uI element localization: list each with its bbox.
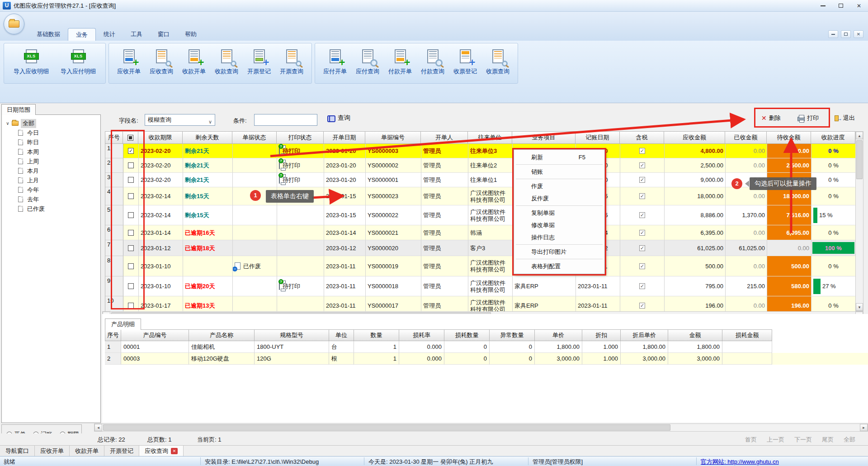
table-row[interactable]: 22023-02-20剩余21天?待打印2023-01-20YS0000002管… xyxy=(105,158,855,173)
row-checkbox[interactable] xyxy=(128,303,134,309)
toolbar-button-导入应收明细[interactable]: XLS导入应收明细 xyxy=(8,46,55,76)
detail-column-header-折后单价[interactable]: 折后单价 xyxy=(621,329,668,341)
window-minimize-button[interactable] xyxy=(814,0,832,11)
detail-column-header-金额[interactable]: 金额 xyxy=(668,329,722,341)
context-menu-item-复制单据[interactable]: 复制单据 xyxy=(514,207,604,219)
tax-checkbox[interactable]: ✓ xyxy=(639,283,645,289)
context-menu-item-导出打印图片[interactable]: 导出打印图片 xyxy=(514,246,604,258)
tax-checkbox[interactable]: ✓ xyxy=(639,212,645,218)
menu-tab-统计[interactable]: 统计 xyxy=(96,28,123,41)
tax-checkbox[interactable]: ✓ xyxy=(639,193,645,199)
context-menu-item-反作废[interactable]: 反作废 xyxy=(514,192,604,204)
toolbar-button-开票登记[interactable]: +开票登记 xyxy=(243,46,275,76)
table-row[interactable]: 42023-02-14剩余15天2023-01-15YS0000023管理员广汉… xyxy=(105,187,855,205)
column-header-序号[interactable]: 序号 xyxy=(105,131,123,144)
official-site-link[interactable]: 官方网站: http://www.ghutu.cn xyxy=(701,458,779,466)
detail-column-header-产品编号[interactable]: 产品编号 xyxy=(121,329,189,341)
condition-input[interactable] xyxy=(254,114,317,126)
context-menu-item-修改单据[interactable]: 修改单据 xyxy=(514,219,604,231)
toolbar-button-付款开单[interactable]: +付款开单 xyxy=(384,46,416,76)
toolbar-button-应付开单[interactable]: +应付开单 xyxy=(319,46,351,76)
table-row[interactable]: 102023-01-17已逾期13天2023-01-11YS0000017管理员… xyxy=(105,296,855,311)
context-menu-item-刷新[interactable]: 刷新F5 xyxy=(514,151,604,163)
detail-column-header-数量[interactable]: 数量 xyxy=(354,329,399,341)
toolbar-button-开票查询[interactable]: 开票查询 xyxy=(275,46,308,76)
tree-item-今年[interactable]: 今年 xyxy=(2,185,100,195)
row-checkbox[interactable] xyxy=(128,283,134,289)
bottom-tab-开票登记[interactable]: 开票登记 xyxy=(104,446,139,456)
column-header-check-all[interactable] xyxy=(123,131,138,144)
table-row[interactable]: 72023-01-12已逾期18天2023-01-12YS0000020管理员客… xyxy=(105,240,855,256)
table-row[interactable]: 32023-02-20剩余21天?待打印2023-01-20YS0000001管… xyxy=(105,173,855,187)
column-header-单据状态[interactable]: 单据状态 xyxy=(232,131,277,144)
tab-close-icon[interactable]: ✕ xyxy=(171,448,178,454)
vscroll-thumb[interactable] xyxy=(856,140,863,179)
tax-checkbox[interactable]: ✓ xyxy=(639,162,645,168)
column-header-开单日期[interactable]: 开单日期 xyxy=(324,131,365,144)
print-button[interactable]: 打印 xyxy=(797,112,819,124)
tree-item-本周[interactable]: 本周 xyxy=(2,147,100,157)
detail-row[interactable]: 100001佳能相机1800-UYT台10.000001,800.001.000… xyxy=(105,341,868,353)
scroll-down-icon[interactable]: ▾ xyxy=(856,303,863,311)
tab-product-detail[interactable]: 产品明细 xyxy=(105,319,141,330)
row-checkbox[interactable]: ✓ xyxy=(128,148,134,154)
column-header-应收金额[interactable]: 应收金额 xyxy=(664,131,725,144)
row-checkbox[interactable] xyxy=(128,177,134,183)
column-header-收款进度[interactable]: 收款进度 xyxy=(811,131,855,144)
context-menu-item-表格列配置[interactable]: 表格列配置 xyxy=(514,260,604,272)
pager-link-尾页[interactable]: 尾页 xyxy=(822,436,834,444)
pager-link-上一页[interactable]: 上一页 xyxy=(767,436,784,444)
toolbar-button-收票登记[interactable]: +收票登记 xyxy=(449,46,481,76)
row-checkbox[interactable] xyxy=(128,263,134,269)
tax-checkbox[interactable]: ✓ xyxy=(639,263,645,269)
column-header-记账日期[interactable]: 记账日期 xyxy=(576,131,620,144)
tax-checkbox[interactable]: ✓ xyxy=(639,177,645,183)
row-checkbox[interactable] xyxy=(128,212,134,218)
exit-button[interactable]: → 退出 xyxy=(835,112,855,124)
toolbar-button-收票查询[interactable]: 收票查询 xyxy=(481,46,514,76)
window-maximize-button[interactable] xyxy=(832,0,850,11)
tax-checkbox[interactable]: ✓ xyxy=(639,245,645,251)
detail-column-header-损耗数量[interactable]: 损耗数量 xyxy=(444,329,490,341)
child-minimize-button[interactable] xyxy=(828,30,838,38)
toolbar-button-导入应付明细[interactable]: XLS导入应付明细 xyxy=(55,46,102,76)
detail-column-header-折扣[interactable]: 折扣 xyxy=(582,329,621,341)
toolbar-button-应收查询[interactable]: 应收查询 xyxy=(145,46,178,76)
table-row[interactable]: 92023-01-10已逾期20天?待打印2023-01-11YS0000018… xyxy=(105,276,855,296)
delete-button[interactable]: ✕ 删除 xyxy=(761,112,781,124)
menu-tab-帮助[interactable]: 帮助 xyxy=(177,28,204,41)
scroll-left-icon[interactable]: ◂ xyxy=(94,424,102,431)
main-menu-button[interactable] xyxy=(4,14,24,34)
tax-checkbox[interactable]: ✓ xyxy=(639,303,645,309)
tax-checkbox[interactable]: ✓ xyxy=(639,230,645,236)
menu-tab-窗口[interactable]: 窗口 xyxy=(150,28,177,41)
column-header-单据编号[interactable]: 单据编号 xyxy=(365,131,421,144)
detail-column-header-损耗金额[interactable]: 损耗金额 xyxy=(722,329,772,341)
tree-item-今日[interactable]: 今日 xyxy=(2,128,100,138)
tree-item-昨日[interactable]: 昨日 xyxy=(2,138,100,147)
detail-column-header-规格型号[interactable]: 规格型号 xyxy=(255,329,329,341)
tax-checkbox[interactable]: ✓ xyxy=(639,148,645,154)
toolbar-button-应付查询[interactable]: 应付查询 xyxy=(351,46,384,76)
field-name-select[interactable]: 模糊查询 ∨ xyxy=(145,114,215,126)
row-checkbox[interactable] xyxy=(128,162,134,168)
tree-item-本月[interactable]: 本月 xyxy=(2,166,100,176)
column-header-已收金额[interactable]: 已收金额 xyxy=(725,131,767,144)
column-header-往来单位[interactable]: 往来单位 xyxy=(468,131,512,144)
bottom-tab-应收开单[interactable]: 应收开单 xyxy=(35,446,70,456)
menu-tab-业务[interactable]: 业务 xyxy=(68,28,96,41)
pager-link-下一页[interactable]: 下一页 xyxy=(794,436,812,444)
column-header-业务项目[interactable]: 业务项目 xyxy=(512,131,576,144)
detail-row[interactable]: 200003移动120G硬盘120G根10.000003,000.001.000… xyxy=(105,353,868,365)
bottom-tab-应收查询[interactable]: 应收查询✕ xyxy=(139,446,184,456)
tree-item-上周[interactable]: 上周 xyxy=(2,157,100,166)
tree-expander-icon[interactable]: ∨ xyxy=(5,121,11,126)
tree-item-root[interactable]: ∨全部 xyxy=(2,119,100,128)
detail-column-header-产品名称[interactable]: 产品名称 xyxy=(189,329,255,341)
column-header-含税[interactable]: 含税 xyxy=(620,131,664,144)
tree-item-上月[interactable]: 上月 xyxy=(2,176,100,185)
toolbar-button-付款查询[interactable]: 付款查询 xyxy=(416,46,449,76)
pager-link-首页[interactable]: 首页 xyxy=(745,436,757,444)
check-all-checkbox[interactable] xyxy=(127,135,133,141)
detail-column-header-异常数量[interactable]: 异常数量 xyxy=(490,329,535,341)
